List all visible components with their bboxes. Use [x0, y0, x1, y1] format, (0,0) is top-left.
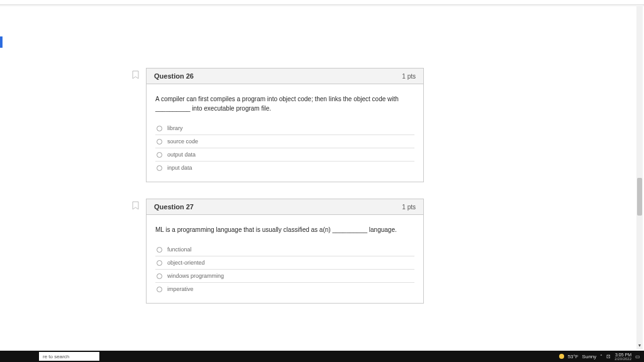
question-block: Question 26 1 pts A compiler can first c… [146, 68, 424, 182]
question-body: A compiler can first compiles a program … [147, 84, 423, 182]
question-header: Question 27 1 pts [147, 199, 423, 215]
search-placeholder: re to search [43, 354, 69, 359]
answer-option[interactable]: output data [155, 148, 414, 162]
question-body: ML is a programming language that is usu… [147, 215, 423, 303]
notifications-icon[interactable]: ▭ [635, 354, 640, 359]
question-header: Question 26 1 pts [147, 69, 423, 84]
radio-icon[interactable] [157, 152, 162, 158]
option-label: library [167, 125, 183, 131]
top-divider [0, 0, 644, 5]
option-label: imperative [167, 286, 194, 292]
question-points: 1 pts [402, 73, 416, 80]
question-title: Question 26 [154, 72, 194, 80]
question-card: Question 27 1 pts ML is a programming la… [146, 199, 424, 304]
chevron-down-icon[interactable]: ▾ [636, 343, 643, 348]
question-prompt: A compiler can first compiles a program … [155, 94, 414, 113]
weather-cond: Sunny [582, 354, 597, 359]
radio-icon[interactable] [157, 139, 162, 145]
answer-option[interactable]: object-oriented [155, 256, 414, 270]
clock-time: 3:05 PM [614, 353, 631, 357]
radio-icon[interactable] [157, 287, 162, 292]
sun-icon [559, 354, 564, 359]
bookmark-icon[interactable] [132, 201, 140, 210]
radio-icon[interactable] [157, 126, 162, 131]
answer-option[interactable]: input data [155, 162, 414, 174]
tray-icon[interactable]: ⊡ [606, 354, 611, 359]
question-prompt: ML is a programming language that is usu… [155, 225, 414, 234]
clock[interactable]: 3:05 PM 2/20/2022 [614, 353, 631, 361]
radio-icon[interactable] [157, 260, 162, 266]
chevron-up-icon[interactable]: ˄ [600, 354, 602, 359]
question-points: 1 pts [402, 204, 416, 211]
radio-icon[interactable] [157, 247, 162, 253]
bookmark-icon[interactable] [132, 70, 140, 79]
answer-option[interactable]: library [155, 122, 414, 135]
option-label: object-oriented [167, 260, 205, 266]
weather-temp: 53°F [568, 354, 579, 359]
option-label: functional [167, 246, 192, 253]
clock-date: 2/20/2022 [614, 357, 631, 361]
taskbar: re to search 53°F Sunny ˄ ⊡ 3:05 PM 2/20… [0, 351, 644, 362]
option-label: windows programming [167, 273, 224, 279]
answer-option[interactable]: functional [155, 243, 414, 256]
taskbar-search[interactable]: re to search [39, 352, 99, 361]
answer-option[interactable]: source code [155, 135, 414, 148]
side-indicator [0, 36, 3, 48]
question-card: Question 26 1 pts A compiler can first c… [146, 68, 424, 182]
vertical-scrollbar[interactable]: ▾ [636, 6, 643, 349]
system-tray[interactable]: 53°F Sunny ˄ ⊡ 3:05 PM 2/20/2022 ▭ [559, 353, 644, 361]
scrollbar-thumb[interactable] [637, 178, 642, 216]
answer-option[interactable]: imperative [155, 283, 414, 295]
answer-option[interactable]: windows programming [155, 270, 414, 283]
question-title: Question 27 [154, 203, 194, 211]
questions-container: Question 26 1 pts A compiler can first c… [146, 68, 424, 320]
option-label: output data [167, 151, 196, 158]
option-label: source code [167, 138, 198, 145]
radio-icon[interactable] [157, 273, 162, 279]
radio-icon[interactable] [157, 165, 162, 171]
option-label: input data [167, 165, 192, 171]
question-block: Question 27 1 pts ML is a programming la… [146, 199, 424, 304]
